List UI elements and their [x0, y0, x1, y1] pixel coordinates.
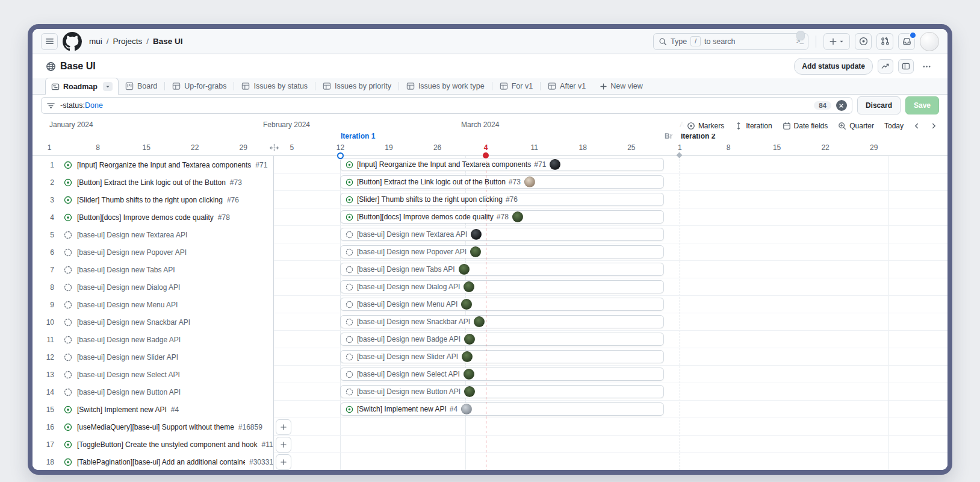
- column-resize-handle[interactable]: [269, 143, 279, 153]
- tab-menu-button[interactable]: [103, 82, 113, 91]
- row-title[interactable]: [base-ui] Design new Tabs API: [77, 266, 175, 274]
- row-title[interactable]: [base-ui] Design new Select API: [77, 371, 180, 379]
- add-date-button[interactable]: [276, 419, 291, 435]
- draft-issue-icon: [346, 301, 353, 308]
- row-title[interactable]: [ToggleButton] Create the unstyled compo…: [77, 440, 258, 449]
- roadmap-bar[interactable]: [base-ui] Design new Badge API: [340, 333, 664, 346]
- toolbar-today-button[interactable]: Today: [884, 122, 904, 130]
- roadmap-bar[interactable]: [Slider] Thumb shifts to the right upon …: [340, 193, 664, 206]
- tab-roadmap[interactable]: Roadmap: [45, 78, 119, 95]
- create-new-button[interactable]: [823, 33, 850, 50]
- toolbar-iteration-button[interactable]: Iteration: [734, 122, 772, 130]
- row-title[interactable]: [base-ui] Design new Dialog API: [77, 283, 180, 292]
- row-cell[interactable]: 10[base-ui] Design new Snackbar API: [33, 313, 274, 331]
- row-title[interactable]: [base-ui] Design new Badge API: [77, 336, 181, 344]
- tab-board[interactable]: Board: [119, 78, 164, 94]
- row-number: 3: [33, 196, 54, 204]
- roadmap-bar[interactable]: [base-ui] Design new Snackbar API: [340, 315, 664, 328]
- roadmap-bar[interactable]: [base-ui] Design new Menu API: [340, 298, 664, 311]
- roadmap-bar[interactable]: [base-ui] Design new Tabs API: [340, 263, 664, 276]
- new-view-button[interactable]: New view: [592, 78, 650, 94]
- issues-button[interactable]: [855, 33, 872, 50]
- breadcrumb-projects[interactable]: Projects: [113, 37, 143, 46]
- add-status-update-button[interactable]: Add status update: [794, 58, 873, 75]
- row-cell[interactable]: 14[base-ui] Design new Button API: [33, 383, 274, 401]
- row-cell[interactable]: 13[base-ui] Design new Select API: [33, 366, 274, 383]
- row-title[interactable]: [base-ui] Design new Menu API: [77, 301, 178, 309]
- add-date-button[interactable]: [276, 454, 291, 470]
- tab-up-for-grabs[interactable]: Up-for-grabs: [166, 78, 233, 94]
- toolbar-date-fields-button[interactable]: Date fields: [783, 122, 828, 130]
- hamburger-icon: [45, 37, 54, 46]
- toolbar-quarter-button[interactable]: Quarter: [838, 122, 874, 130]
- github-logo[interactable]: [63, 32, 82, 51]
- roadmap-bar[interactable]: [Button][docs] Improve demos code qualit…: [340, 210, 664, 224]
- roadmap-bar[interactable]: [base-ui] Design new Textarea API: [340, 228, 664, 241]
- save-button[interactable]: Save: [905, 96, 939, 114]
- row-title[interactable]: [base-ui] Design new Textarea API: [77, 231, 187, 239]
- row-title[interactable]: [Slider] Thumb shifts to the right upon …: [77, 196, 223, 204]
- row-cell[interactable]: 4[Button][docs] Improve demos code quali…: [33, 208, 274, 226]
- row-cell[interactable]: 1[Input] Reorganize the Input and Textar…: [33, 156, 274, 174]
- breadcrumb-current[interactable]: Base UI: [153, 37, 183, 46]
- row-title[interactable]: [useMediaQuery][base-ui] Support without…: [77, 423, 234, 431]
- row-cell[interactable]: 11[base-ui] Design new Badge API: [33, 331, 274, 348]
- tab-issues-by-priority[interactable]: Issues by priority: [316, 78, 398, 94]
- row-title[interactable]: [base-ui] Design new Button API: [77, 388, 181, 396]
- row-title[interactable]: [base-ui] Design new Snackbar API: [77, 318, 190, 327]
- roadmap-bar[interactable]: [Switch] Implement new API#4: [340, 402, 664, 416]
- roadmap-bar[interactable]: [base-ui] Design new Slider API: [340, 350, 664, 363]
- row-cell[interactable]: 16[useMediaQuery][base-ui] Support witho…: [33, 418, 274, 436]
- tab-divider: [164, 82, 165, 90]
- row-cell[interactable]: 6[base-ui] Design new Popover API: [33, 243, 274, 261]
- roadmap-bar[interactable]: [Input] Reorganize the Input and Textare…: [340, 158, 664, 171]
- tab-for-v1[interactable]: For v1: [493, 78, 539, 94]
- toolbar-markers-button[interactable]: Markers: [687, 122, 724, 130]
- roadmap-bar[interactable]: [base-ui] Design new Popover API: [340, 245, 664, 258]
- hamburger-menu-button[interactable]: [41, 33, 58, 50]
- roadmap-bar[interactable]: [base-ui] Design new Button API: [340, 385, 664, 398]
- draft-issue-icon: [346, 353, 353, 361]
- search-icon: [659, 37, 667, 46]
- row-title[interactable]: [base-ui] Design new Slider API: [77, 353, 178, 362]
- row-title[interactable]: [Button] Extract the Link logic out of t…: [77, 178, 226, 187]
- row-title[interactable]: [TablePagination][base-ui] Add an additi…: [77, 458, 245, 466]
- row-title[interactable]: [Input] Reorganize the Input and Textare…: [77, 161, 251, 169]
- scroll-right-button[interactable]: [928, 120, 939, 131]
- tab-issues-by-status[interactable]: Issues by status: [235, 78, 314, 94]
- roadmap-rows: 1[Input] Reorganize the Input and Textar…: [33, 156, 947, 470]
- user-avatar[interactable]: [920, 32, 939, 51]
- row-title[interactable]: [base-ui] Design new Popover API: [77, 248, 187, 257]
- side-panel-button[interactable]: [898, 59, 914, 74]
- roadmap-bar[interactable]: [base-ui] Design new Dialog API: [340, 280, 664, 293]
- scroll-left-button[interactable]: [911, 120, 922, 131]
- add-date-button[interactable]: [276, 437, 291, 452]
- row-cell[interactable]: 2[Button] Extract the Link logic out of …: [33, 174, 274, 191]
- row-title[interactable]: [Button][docs] Improve demos code qualit…: [77, 213, 214, 222]
- pull-requests-button[interactable]: [876, 33, 893, 50]
- row-cell[interactable]: 12[base-ui] Design new Slider API: [33, 348, 274, 366]
- row-cell[interactable]: 8[base-ui] Design new Dialog API: [33, 278, 274, 296]
- project-menu-button[interactable]: [919, 59, 934, 74]
- row-cell[interactable]: 3[Slider] Thumb shifts to the right upon…: [33, 191, 274, 208]
- roadmap-chart: MarkersIterationDate fieldsQuarterToday …: [33, 116, 947, 470]
- row-cell[interactable]: 5[base-ui] Design new Textarea API: [33, 226, 274, 243]
- clear-filter-button[interactable]: [836, 100, 847, 111]
- tab-after-v1[interactable]: After v1: [541, 78, 592, 94]
- global-search-input[interactable]: Type / to search >_: [653, 33, 808, 50]
- roadmap-bar[interactable]: [base-ui] Design new Select API: [340, 368, 664, 381]
- row-cell[interactable]: 9[base-ui] Design new Menu API: [33, 296, 274, 313]
- roadmap-bar[interactable]: [Button] Extract the Link logic out of t…: [340, 175, 664, 189]
- insights-button[interactable]: [878, 59, 893, 74]
- filter-input[interactable]: -status:Done 84: [41, 97, 852, 114]
- row-cell[interactable]: 17[ToggleButton] Create the unstyled com…: [33, 436, 274, 453]
- breadcrumb-org[interactable]: mui: [89, 37, 102, 46]
- tab-issues-by-work-type[interactable]: Issues by work type: [400, 78, 491, 94]
- row-cell[interactable]: 15[Switch] Implement new API#4: [33, 401, 274, 418]
- row-title[interactable]: [Switch] Implement new API: [77, 405, 167, 414]
- row-cell[interactable]: 7[base-ui] Design new Tabs API: [33, 261, 274, 278]
- discard-button[interactable]: Discard: [857, 96, 901, 114]
- tick-today: 4: [484, 143, 488, 152]
- row-cell[interactable]: 18[TablePagination][base-ui] Add an addi…: [33, 453, 274, 470]
- assignee-avatar: [464, 334, 475, 345]
